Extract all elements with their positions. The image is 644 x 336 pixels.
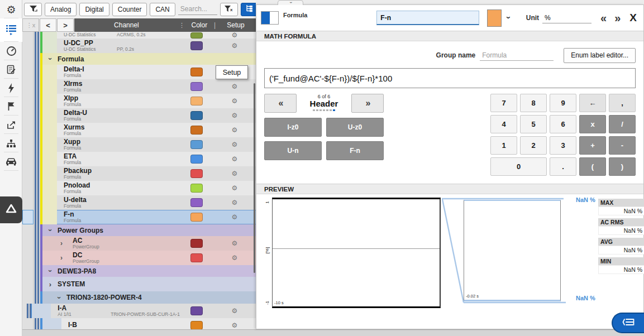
sidebar-item-export[interactable]: [0, 116, 22, 134]
close-button[interactable]: X: [629, 12, 637, 24]
sidebar-item-events[interactable]: [0, 97, 22, 116]
sidebar-item-vehicle[interactable]: [0, 152, 22, 171]
keypad-key-8[interactable]: 8: [520, 94, 547, 112]
color-swatch[interactable]: [190, 169, 203, 178]
group-header[interactable]: ›Power Groups: [42, 224, 256, 236]
token-page-next-button[interactable]: »: [351, 94, 384, 113]
channel-row[interactable]: XuppFormula⚙: [22, 137, 256, 152]
gear-icon[interactable]: ⚙: [232, 42, 238, 50]
keypad-key-4[interactable]: 4: [490, 115, 517, 133]
channel-token-button-f-n[interactable]: F-n: [326, 141, 384, 160]
row-select-cell[interactable]: [22, 265, 34, 277]
keypad-key--[interactable]: -: [609, 136, 636, 155]
group-header[interactable]: ›DEWE3-PA8: [42, 265, 256, 277]
color-swatch[interactable]: [190, 32, 203, 39]
gear-icon[interactable]: ⚙: [232, 199, 238, 207]
keypad-key-9[interactable]: 9: [550, 94, 576, 112]
sidebar-item-measure[interactable]: [0, 42, 22, 60]
keypad-key-,[interactable]: ,: [609, 94, 636, 112]
color-swatch[interactable]: [190, 306, 203, 315]
token-page-prev-button[interactable]: «: [264, 94, 297, 113]
channel-row[interactable]: U-deltaFormula⚙: [22, 195, 256, 210]
row-select-cell[interactable]: [22, 166, 34, 181]
color-dropdown-button[interactable]: ›: [506, 13, 512, 23]
channel-color-swatch[interactable]: [487, 9, 501, 27]
row-select-cell[interactable]: [22, 79, 34, 94]
channel-row[interactable]: PnoloadFormula⚙: [22, 181, 256, 195]
channel-row-body[interactable]: Delta-UFormula⚙: [42, 108, 256, 123]
row-select-cell[interactable]: [22, 195, 34, 210]
channel-row[interactable]: XIrmsFormula⚙: [22, 79, 256, 94]
channel-row-body[interactable]: ›ACPowerGroup⚙: [42, 236, 256, 251]
backspace-key[interactable]: ←: [579, 94, 606, 112]
group-header[interactable]: ›SYSTEM: [42, 277, 256, 291]
channel-row-body[interactable]: XurmsFormula⚙: [42, 123, 256, 137]
gear-icon[interactable]: ⚙: [232, 321, 238, 329]
formula-expression-input[interactable]: ('F_fund@AC'-${F-n})/${F-n}*100: [264, 68, 636, 88]
keypad-key-x[interactable]: x: [579, 115, 606, 133]
collapse-panel-tab[interactable]: ›: [278, 0, 303, 5]
color-swatch[interactable]: [190, 41, 203, 50]
channel-tree-toggle-button[interactable]: [241, 3, 256, 16]
channel-row-body[interactable]: PbackupFormula⚙: [42, 166, 256, 181]
row-select-cell[interactable]: [22, 53, 34, 65]
color-swatch[interactable]: [190, 198, 203, 207]
chevron-down-icon[interactable]: ›: [46, 56, 55, 62]
channel-row-body[interactable]: XuppFormula⚙: [42, 137, 256, 152]
channel-row[interactable]: ETAFormula⚙: [22, 152, 256, 166]
nav-next-button[interactable]: >: [57, 18, 74, 32]
row-select-cell[interactable]: [22, 181, 34, 195]
filter-button-counter[interactable]: Counter: [112, 3, 147, 16]
gear-icon[interactable]: ⚙: [232, 239, 238, 247]
gear-icon[interactable]: ⚙: [232, 184, 238, 192]
channel-row[interactable]: U-DC StatisticsACRMS, 0.2s⚙: [22, 32, 256, 39]
channel-row-body[interactable]: U-deltaFormula⚙: [42, 195, 256, 210]
prev-channel-button[interactable]: «: [600, 12, 605, 25]
unit-input[interactable]: [542, 12, 591, 23]
gear-icon[interactable]: ⚙: [232, 213, 238, 221]
channel-row-body[interactable]: U-DC_PPU-DC StatisticsPP, 0.2s⚙: [42, 39, 256, 53]
row-select-cell[interactable]: [22, 210, 34, 224]
chevron-right-icon[interactable]: ›: [47, 280, 53, 289]
channel-row[interactable]: I-B⚙: [22, 318, 256, 329]
channel-row[interactable]: ›DCPowerGroup⚙: [22, 251, 256, 265]
column-setup[interactable]: Setup: [216, 21, 256, 29]
row-select-cell[interactable]: [22, 94, 34, 108]
color-swatch[interactable]: [190, 239, 203, 248]
chevron-down-icon[interactable]: ›: [46, 268, 55, 274]
row-select-cell[interactable]: [22, 137, 34, 152]
sidebar-logo-tab[interactable]: [0, 196, 22, 223]
chevron-right-icon[interactable]: ›: [57, 254, 66, 262]
clear-selection-button[interactable]: ⋮x: [22, 18, 39, 32]
color-swatch[interactable]: [190, 82, 203, 91]
channel-row[interactable]: Delta-UFormula⚙: [22, 108, 256, 123]
channel-row-body[interactable]: ›DCPowerGroup⚙: [42, 251, 256, 265]
column-drag-icon[interactable]: ⋮: [179, 22, 185, 29]
color-swatch[interactable]: [190, 68, 203, 76]
channel-token-button-u-n[interactable]: U-n: [264, 141, 322, 160]
gear-icon[interactable]: ⚙: [232, 254, 238, 262]
keypad-key-([interactable]: (: [579, 157, 606, 176]
column-color[interactable]: Color: [185, 21, 214, 29]
row-select-cell[interactable]: [22, 224, 34, 236]
group-row[interactable]: ›Formula: [22, 53, 256, 65]
group-name-input[interactable]: [480, 50, 554, 61]
channel-active-toggle[interactable]: [261, 11, 279, 25]
color-swatch[interactable]: [190, 321, 203, 329]
channel-row-body[interactable]: XIppFormula⚙: [42, 94, 256, 108]
channel-token-button-i-z0[interactable]: I-z0: [264, 118, 322, 137]
row-select-cell[interactable]: [22, 318, 34, 329]
channel-row-body[interactable]: U-DC StatisticsACRMS, 0.2s⚙: [42, 32, 256, 39]
column-channel[interactable]: Channel: [74, 21, 179, 29]
color-swatch[interactable]: [190, 140, 203, 149]
sidebar-item-report[interactable]: [0, 60, 22, 79]
channel-row-body[interactable]: PnoloadFormula⚙: [42, 181, 256, 195]
chevron-right-icon[interactable]: ›: [57, 239, 66, 247]
filter-button-analog[interactable]: Analog: [45, 3, 77, 16]
row-select-cell[interactable]: [22, 251, 34, 265]
color-swatch[interactable]: [190, 253, 203, 262]
channel-row[interactable]: XurmsFormula⚙: [22, 123, 256, 137]
keypad-key-6[interactable]: 6: [550, 115, 576, 133]
keypad-key-+[interactable]: +: [579, 136, 606, 155]
channel-row[interactable]: U-DC_PPU-DC StatisticsPP, 0.2s⚙: [22, 39, 256, 53]
